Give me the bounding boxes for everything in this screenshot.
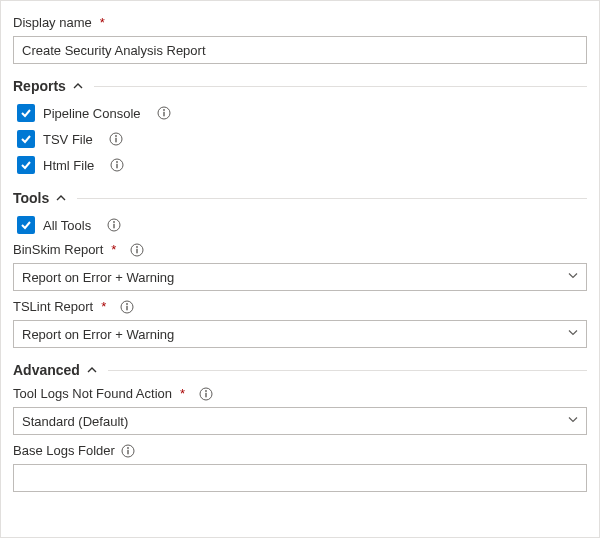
checkbox-icon [17,216,35,234]
reports-checkbox-html-file[interactable]: Html File [17,154,587,176]
svg-rect-14 [137,248,138,253]
chevron-up-icon [86,364,98,376]
section-divider [77,198,587,199]
svg-rect-23 [127,449,128,454]
info-icon[interactable] [157,106,171,120]
info-icon[interactable] [120,300,134,314]
checkbox-label: TSV File [43,132,93,147]
binskim-select[interactable] [13,263,587,291]
base-logs-label-row: Base Logs Folder [13,443,587,458]
logs-not-found-select-wrap [13,407,587,435]
required-asterisk: * [101,299,106,314]
reports-section-header[interactable]: Reports [13,78,587,94]
checkbox-icon [17,130,35,148]
required-asterisk: * [100,15,105,30]
settings-panel: Display name * Reports Pipeline Console … [0,0,600,538]
binskim-label-row: BinSkim Report * [13,242,587,257]
svg-point-19 [205,390,207,392]
info-icon[interactable] [130,243,144,257]
info-icon[interactable] [199,387,213,401]
required-asterisk: * [180,386,185,401]
advanced-section-header[interactable]: Advanced [13,362,587,378]
svg-point-4 [115,135,117,137]
checkbox-label: Pipeline Console [43,106,141,121]
tslint-select-wrap [13,320,587,348]
checkbox-icon [17,156,35,174]
tools-checkbox-all-tools[interactable]: All Tools [17,214,587,236]
display-name-input[interactable] [13,36,587,64]
logs-not-found-label-row: Tool Logs Not Found Action * [13,386,587,401]
info-icon[interactable] [121,444,135,458]
section-divider [108,370,587,371]
base-logs-input[interactable] [13,464,587,492]
advanced-section-title: Advanced [13,362,80,378]
logs-not-found-label: Tool Logs Not Found Action [13,386,172,401]
info-icon[interactable] [110,158,124,172]
svg-rect-20 [205,392,206,397]
logs-not-found-select[interactable] [13,407,587,435]
tslint-label: TSLint Report [13,299,93,314]
checkbox-label: Html File [43,158,94,173]
info-icon[interactable] [109,132,123,146]
tslint-label-row: TSLint Report * [13,299,587,314]
svg-rect-8 [117,164,118,169]
binskim-label: BinSkim Report [13,242,103,257]
svg-rect-5 [115,138,116,143]
svg-rect-2 [163,112,164,117]
checkbox-icon [17,104,35,122]
reports-checkbox-tsv-file[interactable]: TSV File [17,128,587,150]
svg-rect-17 [127,305,128,310]
svg-point-1 [163,109,165,111]
checkbox-label: All Tools [43,218,91,233]
svg-point-10 [113,221,115,223]
svg-point-22 [127,447,129,449]
required-asterisk: * [111,242,116,257]
tools-section-title: Tools [13,190,49,206]
base-logs-label: Base Logs Folder [13,443,115,458]
svg-point-13 [136,246,138,248]
chevron-up-icon [55,192,67,204]
svg-rect-11 [113,224,114,229]
svg-point-16 [126,303,128,305]
reports-section-title: Reports [13,78,66,94]
display-name-label: Display name [13,15,92,30]
chevron-up-icon [72,80,84,92]
display-name-label-row: Display name * [13,15,587,30]
tools-section-header[interactable]: Tools [13,190,587,206]
section-divider [94,86,587,87]
svg-point-7 [116,161,118,163]
reports-checkbox-pipeline-console[interactable]: Pipeline Console [17,102,587,124]
info-icon[interactable] [107,218,121,232]
binskim-select-wrap [13,263,587,291]
tslint-select[interactable] [13,320,587,348]
